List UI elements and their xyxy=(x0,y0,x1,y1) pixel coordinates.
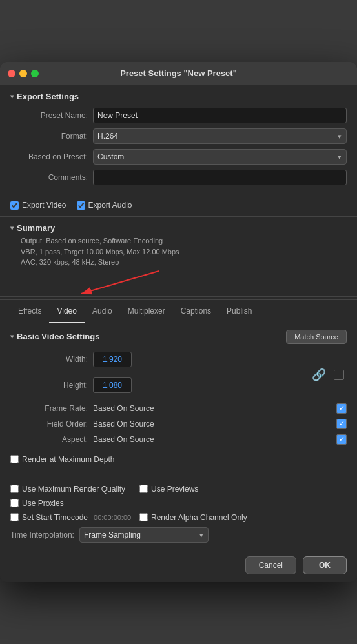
timecode-alpha-row: Set Start Timecode 00:00:00:00 Render Al… xyxy=(10,513,347,522)
window-title: Preset Settings "New Preset" xyxy=(120,68,237,78)
render-max-depth-checkbox[interactable]: Render at Maximum Depth xyxy=(10,452,347,467)
height-row: Height: xyxy=(10,377,307,393)
interpolation-select-wrapper: Frame Sampling xyxy=(79,527,209,543)
footer: Cancel OK xyxy=(0,548,357,582)
tab-multiplexer[interactable]: Multiplexer xyxy=(120,300,173,323)
summary-line1: Output: Based on source, Software Encodi… xyxy=(21,236,347,247)
wh-labels-inputs: Width: Height: xyxy=(10,352,307,398)
arrow-container xyxy=(10,268,347,287)
traffic-lights xyxy=(8,70,39,77)
use-previews-checkbox[interactable]: Use Previews xyxy=(139,485,269,494)
use-proxies-label: Use Proxies xyxy=(22,499,64,508)
frame-rate-checkbox[interactable] xyxy=(336,403,347,414)
format-label: Format: xyxy=(10,132,88,141)
field-order-checkbox[interactable] xyxy=(336,419,347,429)
format-row: Format: H.264 xyxy=(10,128,347,144)
based-on-preset-label: Based on Preset: xyxy=(10,152,88,161)
frame-rate-value: Based On Source xyxy=(93,404,336,413)
tab-effects[interactable]: Effects xyxy=(10,300,49,323)
tab-video[interactable]: Video xyxy=(49,300,84,323)
render-quality-previews-row: Use Maximum Render Quality Use Previews xyxy=(10,485,347,494)
summary-collapse-icon[interactable]: ▾ xyxy=(10,225,14,232)
width-row: Width: xyxy=(10,352,307,367)
time-interpolation-label: Time Interpolation: xyxy=(10,530,74,539)
basic-video-header: ▾ Basic Video Settings Match Source xyxy=(10,330,347,344)
basic-video-title: ▾ Basic Video Settings xyxy=(10,332,99,341)
summary-label: Summary xyxy=(17,223,55,233)
use-previews-label: Use Previews xyxy=(151,485,198,494)
aspect-box-container xyxy=(331,352,347,398)
height-label: Height: xyxy=(10,381,88,390)
close-button[interactable] xyxy=(8,70,15,77)
aspect-ratio-box[interactable] xyxy=(334,370,344,380)
tabs-bar: Effects Video Audio Multiplexer Captions… xyxy=(0,299,357,323)
use-max-quality-checkbox[interactable]: Use Maximum Render Quality xyxy=(10,485,139,494)
tab-audio[interactable]: Audio xyxy=(85,300,120,323)
tab-publish[interactable]: Publish xyxy=(219,300,260,323)
field-order-label: Field Order: xyxy=(10,419,88,428)
export-settings-label: Export Settings xyxy=(17,92,79,101)
field-order-row: Field Order: Based On Source xyxy=(10,419,347,429)
format-select[interactable]: H.264 xyxy=(93,128,347,144)
use-proxies-checkbox[interactable]: Use Proxies xyxy=(10,499,139,508)
frame-rate-row: Frame Rate: Based On Source xyxy=(10,403,347,414)
aspect-label: Aspect: xyxy=(10,435,88,444)
render-alpha-label: Render Alpha Channel Only xyxy=(151,513,247,522)
format-select-wrapper: H.264 xyxy=(93,128,347,144)
bottom-options: Use Maximum Render Quality Use Previews … xyxy=(0,479,357,548)
based-on-preset-select[interactable]: Custom xyxy=(93,149,347,165)
preset-settings-window: Preset Settings "New Preset" ▾ Export Se… xyxy=(0,62,357,582)
set-start-timecode-label: Set Start Timecode xyxy=(22,513,88,522)
bvs-collapse-icon[interactable]: ▾ xyxy=(10,333,14,340)
aspect-checkbox[interactable] xyxy=(336,434,347,445)
link-chain-icon[interactable]: 🔗 xyxy=(312,368,326,382)
render-max-depth-label: Render at Maximum Depth xyxy=(22,455,114,464)
width-input[interactable] xyxy=(93,352,132,367)
collapse-arrow-icon[interactable]: ▾ xyxy=(10,93,14,100)
video-tab-content: ▾ Basic Video Settings Match Source Widt… xyxy=(0,323,357,473)
summary-text: Output: Based on source, Software Encodi… xyxy=(10,236,347,268)
render-alpha-checkbox[interactable]: Render Alpha Channel Only xyxy=(139,513,269,522)
comments-row: Comments: xyxy=(10,170,347,185)
interpolation-row: Time Interpolation: Frame Sampling xyxy=(10,527,347,543)
divider-3 xyxy=(0,476,357,476)
link-icon-container: 🔗 xyxy=(307,352,331,398)
height-input[interactable] xyxy=(93,377,132,393)
export-audio-label: Export Audio xyxy=(88,201,132,210)
window-body: ▾ Export Settings Preset Name: Format: H… xyxy=(0,85,357,582)
preset-name-input[interactable] xyxy=(93,108,347,123)
match-source-button[interactable]: Match Source xyxy=(286,330,347,344)
cancel-button[interactable]: Cancel xyxy=(245,556,296,574)
basic-video-label: Basic Video Settings xyxy=(17,332,99,341)
aspect-row: Aspect: Based On Source xyxy=(10,434,347,445)
dimensions-group: Width: Height: 🔗 xyxy=(10,352,347,398)
interpolation-select[interactable]: Frame Sampling xyxy=(79,527,209,543)
set-start-timecode-checkbox[interactable]: Set Start Timecode 00:00:00:00 xyxy=(10,513,139,522)
comments-input[interactable] xyxy=(93,170,347,185)
use-proxies-row: Use Proxies xyxy=(10,499,347,508)
titlebar: Preset Settings "New Preset" xyxy=(0,62,357,85)
ok-button[interactable]: OK xyxy=(303,556,347,574)
export-audio-checkbox[interactable]: Export Audio xyxy=(77,201,132,210)
divider-1 xyxy=(0,216,357,217)
export-video-checkbox[interactable]: Export Video xyxy=(10,201,66,210)
comments-label: Comments: xyxy=(10,173,88,182)
preset-name-row: Preset Name: xyxy=(10,108,347,123)
timecode-value: 00:00:00:00 xyxy=(94,514,131,521)
export-settings-header: ▾ Export Settings xyxy=(10,92,347,101)
based-on-preset-row: Based on Preset: Custom xyxy=(10,149,347,165)
summary-line3: AAC, 320 kbps, 48 kHz, Stereo xyxy=(21,257,347,268)
tab-captions[interactable]: Captions xyxy=(173,300,219,323)
width-label: Width: xyxy=(10,355,88,364)
summary-section: ▾ Summary Output: Based on source, Softw… xyxy=(0,219,357,294)
summary-line2: VBR, 1 pass, Target 10.00 Mbps, Max 12.0… xyxy=(21,247,347,257)
minimize-button[interactable] xyxy=(19,70,27,77)
preset-name-label: Preset Name: xyxy=(10,111,88,120)
use-max-quality-label: Use Maximum Render Quality xyxy=(22,485,125,494)
export-settings-section: ▾ Export Settings Preset Name: Format: H… xyxy=(0,85,357,197)
frame-rate-label: Frame Rate: xyxy=(10,404,88,413)
summary-header: ▾ Summary xyxy=(10,223,347,233)
svg-line-1 xyxy=(81,271,159,294)
maximize-button[interactable] xyxy=(31,70,39,77)
red-arrow-annotation xyxy=(49,268,178,300)
